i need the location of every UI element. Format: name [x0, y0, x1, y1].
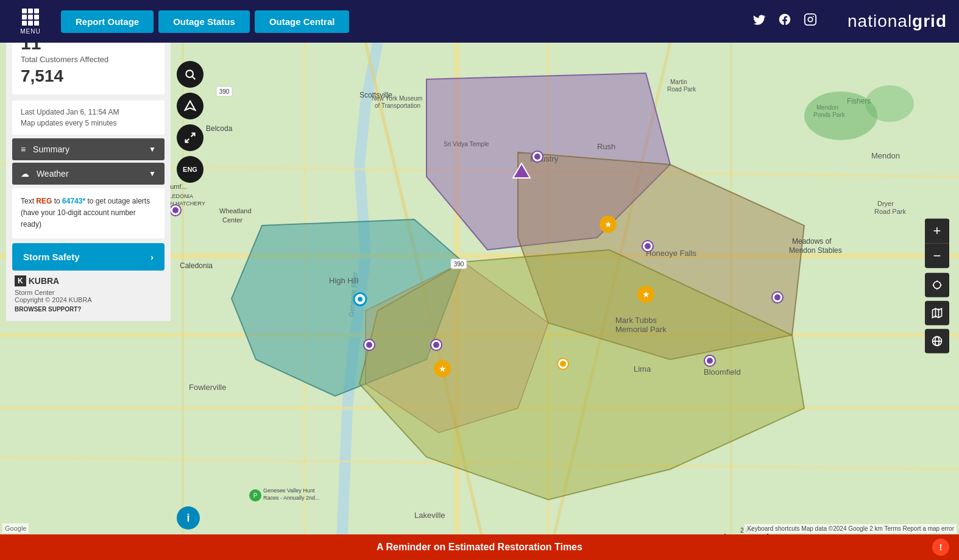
map-controls-left: ENG — [177, 61, 203, 183]
social-icons: nationalgrid — [752, 12, 947, 31]
svg-point-97 — [933, 281, 941, 288]
svg-text:Memorial Park: Memorial Park — [615, 325, 667, 334]
kubra-label: KUBRA — [29, 276, 60, 286]
svg-point-1 — [808, 17, 812, 21]
sms-number: 64743* — [62, 197, 85, 205]
svg-point-73 — [366, 342, 372, 348]
svg-point-87 — [865, 85, 914, 122]
outage-central-button[interactable]: Outage Central — [255, 10, 350, 33]
brand-logo: nationalgrid — [848, 12, 947, 31]
svg-text:Martin: Martin — [670, 79, 687, 85]
zoom-in-button[interactable]: + — [925, 218, 949, 243]
header: MENU Report Outage Outage Status Outage … — [0, 0, 959, 43]
last-updated-text: Last Updated Jan 6, 11:54 AM — [21, 108, 119, 116]
update-info: Last Updated Jan 6, 11:54 AM Map updates… — [12, 101, 165, 135]
globe-button[interactable] — [925, 328, 949, 353]
svg-text:Road Park: Road Park — [667, 86, 696, 93]
weather-icon: ☁ — [21, 169, 29, 179]
facebook-icon[interactable] — [778, 13, 791, 30]
search-button[interactable] — [177, 61, 203, 88]
svg-text:Fowlerville: Fowlerville — [189, 383, 226, 392]
browser-support-link[interactable]: BROWSER SUPPORT? — [15, 306, 162, 313]
sms-info: Text REG to 64743* to get outage alerts … — [12, 188, 165, 238]
menu-label: MENU — [20, 28, 40, 35]
svg-point-75 — [433, 342, 439, 348]
layers-button[interactable] — [925, 272, 949, 297]
svg-text:Rush: Rush — [597, 142, 615, 151]
svg-text:New York Museum: New York Museum — [372, 95, 422, 102]
sms-text1: Text — [21, 197, 36, 205]
storm-safety-label: Storm Safety — [23, 252, 80, 262]
svg-text:Mendon: Mendon — [871, 151, 900, 160]
svg-point-2 — [813, 16, 814, 17]
report-outage-button[interactable]: Report Outage — [61, 10, 154, 33]
svg-text:390: 390 — [454, 261, 464, 268]
svg-text:Belcoda: Belcoda — [206, 124, 233, 133]
instagram-icon[interactable] — [804, 13, 817, 30]
svg-marker-94 — [185, 101, 196, 110]
banner-info-icon[interactable]: ! — [932, 539, 949, 556]
map-type-button[interactable] — [925, 300, 949, 325]
svg-text:★: ★ — [439, 364, 447, 374]
svg-point-77 — [560, 361, 566, 367]
menu-grid-icon — [22, 9, 39, 26]
map-updates-text: Map updates every 5 minutes — [21, 119, 116, 127]
outage-status-button[interactable]: Outage Status — [158, 10, 250, 33]
svg-text:Caledonia: Caledonia — [180, 261, 213, 270]
svg-text:Genesee Valley Hunt: Genesee Valley Hunt — [263, 487, 315, 494]
kubra-section: K KUBRA Storm Center Copyright © 2024 KU… — [12, 275, 165, 313]
svg-text:390: 390 — [219, 88, 230, 95]
sms-reg: REG — [36, 197, 52, 205]
svg-text:Wheatland: Wheatland — [219, 207, 252, 214]
summary-accordion[interactable]: ≡ Summary ▼ — [12, 138, 165, 160]
svg-text:Center: Center — [222, 216, 242, 224]
banner-text: A Reminder on Estimated Restoration Time… — [377, 542, 582, 553]
svg-text:Lakeville: Lakeville — [414, 511, 445, 520]
svg-text:Meadows of: Meadows of — [792, 237, 832, 246]
nav-buttons: Report Outage Outage Status Outage Centr… — [61, 10, 349, 33]
svg-text:P: P — [253, 492, 258, 499]
svg-point-79 — [707, 358, 713, 364]
fullscreen-button[interactable] — [177, 124, 203, 151]
svg-text:Honeoye Falls: Honeoye Falls — [646, 249, 697, 258]
menu-button[interactable]: MENU — [12, 3, 49, 40]
kubra-logo: K KUBRA — [15, 275, 162, 286]
total-customers-label: Total Customers Affected — [21, 55, 156, 64]
svg-line-93 — [193, 77, 196, 80]
storm-safety-button[interactable]: Storm Safety › — [12, 243, 165, 271]
map-attribution: Keyboard shortcuts Map data ©2024 Google… — [745, 524, 957, 533]
info-bubble[interactable]: i — [177, 506, 200, 530]
svg-point-64 — [358, 297, 363, 302]
summary-label: Summary — [33, 144, 69, 154]
twitter-icon[interactable] — [752, 13, 766, 30]
map-controls-right: + − — [925, 218, 949, 356]
weather-chevron-icon: ▼ — [149, 169, 156, 178]
svg-text:Dryer: Dryer — [877, 200, 894, 207]
summary-chevron-icon: ▼ — [149, 145, 156, 154]
sms-text2: to — [54, 197, 62, 205]
svg-point-92 — [186, 70, 193, 77]
chevron-right-icon: › — [150, 252, 154, 262]
svg-point-67 — [172, 207, 179, 213]
svg-text:Road Park: Road Park — [874, 208, 906, 215]
google-attribution: Google — [2, 523, 29, 533]
svg-text:Bloomfield: Bloomfield — [704, 367, 741, 377]
svg-text:Sri Vidya Temple: Sri Vidya Temple — [444, 141, 489, 147]
kubra-copyright: Copyright © 2024 KUBRA — [15, 296, 162, 303]
svg-text:of Transportation: of Transportation — [375, 102, 420, 109]
svg-point-71 — [645, 243, 651, 249]
weather-accordion[interactable]: ☁ Weather ▼ — [12, 163, 165, 185]
locate-button[interactable] — [177, 93, 203, 119]
total-customers-count: 7,514 — [21, 66, 156, 86]
zoom-controls: + − — [925, 218, 949, 268]
svg-text:Mark Tubbs: Mark Tubbs — [615, 316, 657, 325]
list-icon: ≡ — [21, 144, 26, 154]
zoom-out-button[interactable]: − — [925, 243, 949, 268]
svg-point-69 — [534, 154, 540, 160]
weather-label: Weather — [37, 169, 69, 179]
language-button[interactable]: ENG — [177, 156, 203, 183]
svg-text:★: ★ — [642, 289, 650, 299]
svg-text:★: ★ — [604, 219, 612, 229]
svg-text:Races - Annually 2nd...: Races - Annually 2nd... — [263, 495, 320, 501]
bottom-banner[interactable]: A Reminder on Estimated Restoration Time… — [0, 534, 959, 560]
